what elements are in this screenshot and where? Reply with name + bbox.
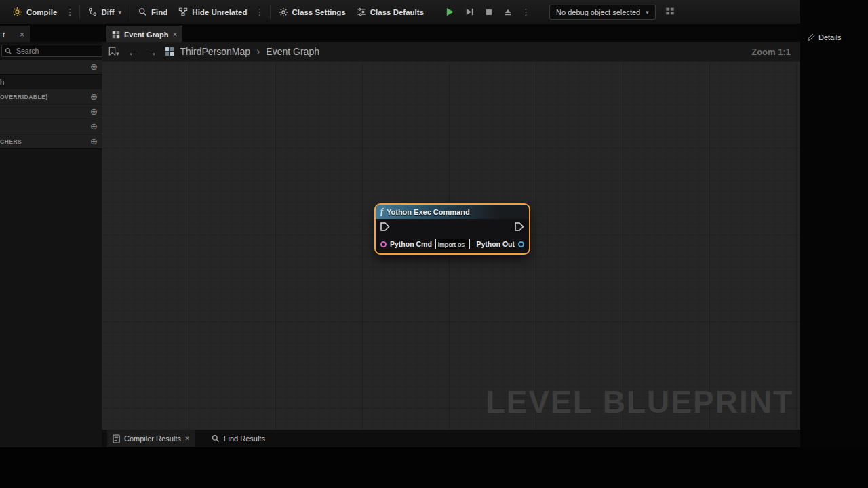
search-box[interactable] [1, 45, 113, 57]
debug-object-dropdown[interactable]: No debug object selected ▾ [549, 5, 656, 20]
close-icon[interactable]: × [185, 434, 190, 443]
hide-unrelated-label: Hide Unrelated [192, 8, 247, 16]
class-defaults-button[interactable]: Class Defaults [351, 0, 429, 24]
python-out-pin-group: Python Out [476, 240, 524, 248]
chevron-down-icon: ▾ [119, 9, 122, 16]
pencil-icon [807, 33, 815, 41]
plus-circle-icon: ⊕ [90, 92, 98, 102]
gear-icon [279, 7, 288, 17]
play-controls: ⋮ [441, 0, 533, 24]
event-graph-canvas[interactable]: LEVEL BLUEPRINT f Yothon Exec Command Py… [102, 61, 800, 430]
diff-branch-icon [88, 7, 97, 16]
item-label: h [0, 78, 4, 86]
forward-button[interactable]: → [146, 46, 159, 58]
eject-button[interactable] [500, 0, 516, 24]
kebab-icon: ⋮ [65, 7, 74, 17]
browse-asset-button[interactable] [661, 6, 679, 18]
class-defaults-label: Class Defaults [370, 8, 424, 16]
diff-label: Diff [101, 8, 114, 16]
details-panel: Details [800, 0, 868, 488]
close-icon[interactable]: × [20, 30, 24, 39]
forward-arrow-icon: → [147, 46, 157, 58]
play-options-kebab[interactable]: ⋮ [519, 0, 533, 24]
plus-circle-icon: ⊕ [90, 136, 98, 146]
compile-button[interactable]: Compile [7, 0, 62, 24]
kebab-icon: ⋮ [521, 7, 530, 17]
python-out-label: Python Out [476, 240, 515, 248]
section-header-row[interactable]: ⊕ [0, 60, 102, 75]
class-settings-button[interactable]: Class Settings [273, 0, 351, 24]
add-button[interactable]: ⊕ [90, 137, 98, 146]
document-tabstrip: Event Graph × [102, 24, 800, 42]
bookmarks-button[interactable]: ▾ [107, 46, 121, 58]
section-header-row[interactable]: ⊕ [0, 119, 102, 134]
my-blueprint-panel: t × ⊕ h OVERRIDA [0, 24, 102, 447]
list-item[interactable]: h [0, 75, 102, 89]
graph-breadcrumb-bar: ▾ ← → ThirdPersonMap › Event Graph Zoom … [102, 42, 800, 61]
exec-input-pin[interactable] [380, 222, 390, 231]
diff-button[interactable]: Diff ▾ [83, 0, 127, 24]
find-label: Find [151, 8, 167, 16]
plus-circle-icon: ⊕ [90, 121, 98, 131]
graph-grid-icon [112, 30, 120, 39]
sliders-icon [357, 7, 366, 16]
play-button[interactable] [441, 0, 458, 24]
bottom-panel-tabstrip: Compiler Results × Find Results [102, 430, 800, 447]
kebab-icon: ⋮ [256, 7, 264, 17]
toolbar-separator [270, 5, 271, 19]
section-header-row[interactable]: ⊕ [0, 104, 102, 119]
graph-watermark: LEVEL BLUEPRINT [486, 384, 793, 420]
compile-options-kebab[interactable]: ⋮ [62, 0, 77, 24]
main-toolbar: Compile ⋮ Diff ▾ Find Hide Unrelated ⋮ [0, 0, 800, 24]
chevron-down-icon: ▾ [116, 50, 119, 57]
search-icon [5, 47, 12, 55]
node-data-row: Python Cmd Python Out [380, 239, 524, 249]
frame-skip-button[interactable] [461, 0, 478, 24]
compiler-results-icon [113, 434, 120, 443]
tab-compiler-results[interactable]: Compiler Results × [107, 430, 195, 447]
section-label: OVERRIDABLE) [0, 94, 48, 100]
breadcrumb-map-name[interactable]: ThirdPersonMap [180, 46, 251, 57]
exec-output-pin[interactable] [515, 222, 524, 231]
close-icon[interactable]: × [172, 30, 177, 39]
tab-label: Event Graph [124, 30, 168, 39]
search-input[interactable] [15, 46, 109, 56]
search-icon [138, 7, 147, 16]
section-header-row[interactable]: CHERS ⊕ [0, 134, 102, 149]
python-cmd-input[interactable] [435, 239, 470, 249]
class-settings-label: Class Settings [292, 8, 346, 16]
add-button[interactable]: ⊕ [90, 92, 98, 101]
breadcrumb-graph-name[interactable]: Event Graph [266, 46, 319, 57]
node-header[interactable]: f Yothon Exec Command [376, 205, 529, 219]
tab-event-graph[interactable]: Event Graph × [106, 26, 182, 42]
python-cmd-label: Python Cmd [390, 240, 432, 248]
tab-label: Find Results [224, 434, 265, 443]
add-button[interactable]: ⊕ [90, 62, 98, 71]
tab-details[interactable]: Details [800, 30, 868, 45]
python-cmd-pin[interactable] [380, 241, 387, 247]
browse-icon [665, 7, 675, 16]
find-button[interactable]: Find [133, 0, 173, 24]
left-panel-tabstrip: t × [0, 24, 102, 42]
hide-unrelated-options-kebab[interactable]: ⋮ [253, 0, 267, 24]
add-button[interactable]: ⊕ [90, 122, 98, 131]
back-button[interactable]: ← [127, 46, 140, 58]
zoom-level: Zoom 1:1 [751, 47, 791, 57]
my-blueprint-tab[interactable]: t × [0, 26, 30, 42]
blueprint-grid-icon [165, 47, 174, 56]
python-cmd-pin-group: Python Cmd [380, 239, 470, 249]
breadcrumb-separator-icon: › [256, 45, 260, 58]
tab-label: Compiler Results [124, 434, 181, 443]
python-out-pin[interactable] [518, 241, 524, 247]
stop-button[interactable] [481, 0, 497, 24]
tab-find-results[interactable]: Find Results [206, 430, 271, 447]
section-header-row[interactable]: OVERRIDABLE) ⊕ [0, 89, 102, 104]
node-python-exec-command[interactable]: f Yothon Exec Command Python Cmd Pyth [374, 203, 530, 255]
toolbar-separator [130, 5, 130, 19]
hide-unrelated-button[interactable]: Hide Unrelated [173, 0, 252, 24]
function-icon: f [380, 207, 383, 217]
add-button[interactable]: ⊕ [90, 107, 98, 116]
compile-label: Compile [26, 8, 57, 16]
compile-gear-icon [12, 7, 22, 17]
plus-circle-icon: ⊕ [90, 62, 98, 72]
